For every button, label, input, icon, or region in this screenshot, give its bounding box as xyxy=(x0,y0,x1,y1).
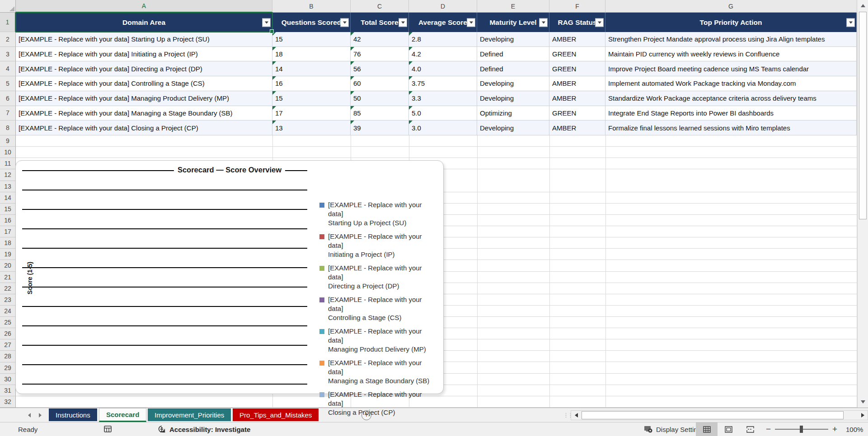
cell-E3[interactable]: Defined xyxy=(477,47,549,62)
cell-A4[interactable]: [EXAMPLE - Replace with your data] Direc… xyxy=(16,61,272,76)
row-header-19[interactable]: 19 xyxy=(0,249,16,260)
vertical-scrollbar[interactable] xyxy=(857,0,868,408)
cell-G2[interactable]: Strengthen Project Mandate approval proc… xyxy=(605,32,857,47)
sheet-tab-scorecard[interactable]: Scorecard xyxy=(99,408,146,422)
row-header-31[interactable]: 31 xyxy=(0,385,16,396)
cell-E2[interactable]: Developing xyxy=(477,32,549,47)
horizontal-scrollbar[interactable] xyxy=(571,410,868,420)
cell-A6[interactable]: [EXAMPLE - Replace with your data] Manag… xyxy=(16,91,272,106)
filter-button-average-score[interactable] xyxy=(467,18,475,27)
row-header-5[interactable]: 5 xyxy=(0,76,16,91)
row-header-15[interactable]: 15 xyxy=(0,204,16,215)
row-header-27[interactable]: 27 xyxy=(0,339,16,351)
row-header-18[interactable]: 18 xyxy=(0,237,16,249)
legend-item-managing-product-delivery-mp[interactable]: [EXAMPLE - Replace with your data]Managi… xyxy=(319,327,437,354)
cell-G6[interactable]: Standardize Work Package acceptance crit… xyxy=(605,91,857,106)
zoom-level[interactable]: 100% xyxy=(846,422,863,436)
row-header-28[interactable]: 28 xyxy=(0,351,16,362)
column-header-A[interactable]: A xyxy=(16,0,272,13)
row-header-23[interactable]: 23 xyxy=(0,294,16,306)
header-cell-rag-status[interactable]: RAG Status xyxy=(549,13,605,32)
cell-F6[interactable]: AMBER xyxy=(549,91,605,106)
cell-G7[interactable]: Integrate End Stage Reports into Power B… xyxy=(605,106,857,121)
row-header-25[interactable]: 25 xyxy=(0,317,16,328)
cell-F5[interactable]: AMBER xyxy=(549,76,605,91)
cell-B3[interactable]: 18 xyxy=(272,47,351,62)
cell-D8[interactable]: 3.0 xyxy=(409,121,477,135)
sheet-tab-improvement-priorities[interactable]: Improvement_Priorities xyxy=(148,408,231,421)
cell-A5[interactable]: [EXAMPLE - Replace with your data] Contr… xyxy=(16,76,272,91)
cell-B8[interactable]: 13 xyxy=(272,121,351,135)
cell-E5[interactable]: Developing xyxy=(477,76,549,91)
normal-view-button[interactable] xyxy=(696,422,718,436)
tabs-scroll-left-button[interactable] xyxy=(26,412,33,418)
header-cell-questions-scored[interactable]: Questions Scored xyxy=(272,13,351,32)
filter-button-maturity-level[interactable] xyxy=(539,18,548,27)
row-header-6[interactable]: 6 xyxy=(0,91,16,106)
legend-item-controlling-a-stage-cs[interactable]: [EXAMPLE - Replace with your data]Contro… xyxy=(319,295,437,322)
tabs-scroll-right-button[interactable] xyxy=(37,412,43,418)
cell-A7[interactable]: [EXAMPLE - Replace with your data] Manag… xyxy=(16,106,272,121)
cell-E7[interactable]: Optimizing xyxy=(477,106,549,121)
column-header-C[interactable]: C xyxy=(351,0,409,13)
cell-G3[interactable]: Maintain PID currency with weekly review… xyxy=(605,47,857,62)
cell-D6[interactable]: 3.3 xyxy=(409,91,477,106)
column-header-B[interactable]: B xyxy=(272,0,351,13)
legend-item-closing-a-project-cp[interactable]: [EXAMPLE - Replace with your data]Closin… xyxy=(319,390,437,417)
record-macro-button[interactable] xyxy=(104,422,112,436)
row-header-3[interactable]: 3 xyxy=(0,47,16,62)
cell-E8[interactable]: Developing xyxy=(477,121,549,135)
sheet-tab-pro-tips-and-mistakes[interactable]: Pro_Tips_and_Mistakes xyxy=(233,408,319,421)
row-header-17[interactable]: 17 xyxy=(0,226,16,237)
column-header-F[interactable]: F xyxy=(549,0,605,13)
horizontal-scrollbar-thumb[interactable] xyxy=(582,411,844,419)
zoom-slider-track[interactable] xyxy=(775,429,828,430)
row-header-13[interactable]: 13 xyxy=(0,181,16,192)
cell-G5[interactable]: Implement automated Work Package trackin… xyxy=(605,76,857,91)
row-header-10[interactable]: 10 xyxy=(0,147,16,158)
scroll-right-button[interactable] xyxy=(858,411,868,420)
legend-item-starting-up-a-project-su[interactable]: [EXAMPLE - Replace with your data]Starti… xyxy=(319,200,437,227)
filter-button-domain-area[interactable] xyxy=(262,18,271,27)
score-overview-chart[interactable]: Scorecard — Score Overview Score (1-5) [… xyxy=(15,160,444,394)
row-header-2[interactable]: 2 xyxy=(0,32,16,47)
column-header-E[interactable]: E xyxy=(477,0,549,13)
page-break-preview-button[interactable] xyxy=(739,422,761,436)
cell-C6[interactable]: 50 xyxy=(351,91,409,106)
cell-E6[interactable]: Developing xyxy=(477,91,549,106)
cell-G4[interactable]: Improve Project Board meeting cadence us… xyxy=(605,61,857,76)
filter-button-questions-scored[interactable] xyxy=(340,18,349,27)
header-cell-domain-area[interactable]: Domain Area xyxy=(16,13,272,32)
scroll-up-button[interactable] xyxy=(858,0,868,11)
filter-button-rag-status[interactable] xyxy=(595,18,604,27)
cell-F2[interactable]: AMBER xyxy=(549,32,605,47)
zoom-out-button[interactable]: − xyxy=(766,426,771,433)
filter-button-top-priority-action[interactable] xyxy=(846,18,855,27)
cell-D3[interactable]: 4.2 xyxy=(409,47,477,62)
row-header-30[interactable]: 30 xyxy=(0,374,16,385)
row-header-29[interactable]: 29 xyxy=(0,362,16,374)
cell-F7[interactable]: GREEN xyxy=(549,106,605,121)
column-header-D[interactable]: D xyxy=(409,0,477,13)
cell-F3[interactable]: GREEN xyxy=(549,47,605,62)
row-header-26[interactable]: 26 xyxy=(0,328,16,339)
header-cell-average-score[interactable]: Average Score xyxy=(409,13,477,32)
filter-button-total-score[interactable] xyxy=(399,18,407,27)
cell-A2[interactable]: [EXAMPLE - Replace with your data] Start… xyxy=(16,32,272,47)
row-header-7[interactable]: 7 xyxy=(0,106,16,121)
row-header-24[interactable]: 24 xyxy=(0,306,16,317)
legend-item-initiating-a-project-ip[interactable]: [EXAMPLE - Replace with your data]Initia… xyxy=(319,232,437,259)
cell-C4[interactable]: 56 xyxy=(351,61,409,76)
cell-G8[interactable]: Formalize final lessons learned sessions… xyxy=(605,121,857,135)
scroll-left-button[interactable] xyxy=(571,411,581,420)
sheet-tab-instructions[interactable]: Instructions xyxy=(49,408,98,421)
header-cell-maturity-level[interactable]: Maturity Level xyxy=(477,13,549,32)
scroll-down-button[interactable] xyxy=(858,396,868,407)
tab-strip-resize-handle[interactable]: ⋮⋮ xyxy=(563,412,568,419)
cell-D2[interactable]: 2.8 xyxy=(409,32,477,47)
row-header-20[interactable]: 20 xyxy=(0,260,16,271)
cell-F8[interactable]: AMBER xyxy=(549,121,605,135)
row-header-12[interactable]: 12 xyxy=(0,169,16,181)
legend-item-managing-a-stage-boundary-sb[interactable]: [EXAMPLE - Replace with your data]Managi… xyxy=(319,358,437,385)
cell-E4[interactable]: Defined xyxy=(477,61,549,76)
